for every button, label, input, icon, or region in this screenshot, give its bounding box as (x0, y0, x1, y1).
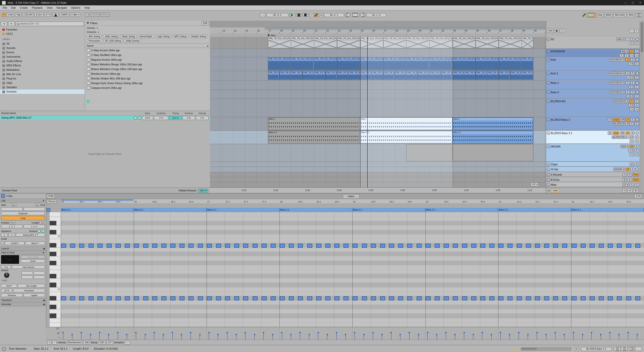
loop-length-field[interactable]: 24. 1. 0 (366, 13, 386, 17)
half-tempo-button[interactable]: /2 (22, 275, 45, 279)
randomize-amount-field[interactable]: 100 (83, 341, 90, 345)
midi-note[interactable] (225, 244, 230, 248)
midi-note[interactable] (334, 244, 340, 248)
set-length-small-button[interactable]: Set (40, 221, 45, 225)
velocity-marker[interactable] (172, 332, 173, 333)
pitch-time-section-header[interactable]: Pitch & Time▼ (0, 250, 46, 255)
sidebar-item-audio-effects[interactable]: Audio Effects (0, 59, 84, 63)
marker-icon[interactable]: ▣ (554, 29, 559, 33)
track-header-hi-hat[interactable]: ▸Hi HatDRUMS ▾15S (546, 167, 640, 172)
midi-note[interactable] (416, 297, 422, 301)
velocity-lane[interactable]: 127 64 1 (46, 327, 644, 340)
metronome-toggle[interactable] (53, 13, 59, 16)
track-header-kick-2[interactable]: ▸Kick 2KICK/BASS ▾4S-12.0C (546, 71, 640, 80)
midi-note[interactable] (316, 297, 321, 301)
signature-numerator-field[interactable]: 4 (1, 233, 8, 237)
velocity-marker[interactable] (628, 332, 629, 333)
velocity-marker[interactable] (181, 334, 182, 335)
track-number[interactable]: 8 (626, 118, 630, 121)
midi-note[interactable] (243, 244, 248, 248)
zoom-out-button[interactable]: − (630, 29, 634, 33)
solo-button[interactable]: S (630, 58, 635, 61)
white-key[interactable] (50, 217, 61, 221)
white-key[interactable]: C2 (50, 234, 61, 239)
midi-note[interactable] (544, 244, 549, 248)
volume-value[interactable]: -1.4 (628, 149, 634, 152)
midi-note[interactable] (453, 244, 458, 248)
track-number[interactable]: 6 (626, 90, 630, 94)
track-header-bass-1[interactable]: ▸Bass 1KICK/BASS ▾5S0.0C (546, 80, 640, 89)
black-key[interactable] (50, 314, 61, 318)
midi-note[interactable] (426, 297, 431, 301)
scrollbar-thumb[interactable] (641, 22, 643, 52)
column-header-random[interactable]: Random (182, 112, 195, 114)
sidebar-item-midi-effects[interactable]: MIDI Effects (0, 63, 84, 68)
clip-pml-fb-kick-006-2024-08-12-192502[interactable]: PML_FB_Kick_006 [2024-08-12 192502] (268, 71, 280, 80)
midi-note[interactable] (553, 244, 558, 248)
midi-note[interactable] (572, 244, 576, 248)
track-header-claps[interactable]: ▸Claps11S (546, 162, 640, 167)
solo-button[interactable]: S (630, 118, 635, 121)
fold-toggle-icon[interactable]: ▸ (547, 168, 550, 171)
clip-pml-fb-kick-006-2024-08-12-192502[interactable]: PML_FB_Kick_006 [2024-08-12 192502] (498, 37, 522, 48)
output-routing-chooser[interactable]: KICK/BASS ▾ (610, 90, 625, 94)
velocity-marker[interactable] (126, 334, 128, 335)
midi-note[interactable] (98, 244, 102, 248)
loop-start-field[interactable]: 16. 4. 1 (324, 13, 344, 17)
clip-pml-fb-kick-006-2024-08-12-192502[interactable]: PML_FB_Kick_006 [2024-08-12 192502] (498, 71, 510, 80)
velocity-marker[interactable] (72, 334, 73, 335)
sidebar-item-all[interactable]: All (0, 41, 84, 46)
column-header-timing[interactable]: Timing (169, 112, 182, 114)
midi-note[interactable] (107, 297, 112, 301)
vertical-scrollbar[interactable] (640, 21, 644, 193)
loop-toggle[interactable] (351, 13, 360, 17)
track-number[interactable]: 11 (630, 163, 634, 166)
midi-note[interactable] (444, 244, 449, 248)
fold-toggle-icon[interactable]: ▸ (547, 118, 550, 121)
midi-note[interactable] (517, 297, 522, 301)
white-key[interactable] (50, 318, 61, 323)
midi-note[interactable] (362, 297, 367, 301)
pan-value[interactable]: C (624, 54, 629, 57)
pan-value[interactable]: C (634, 41, 639, 45)
midi-note[interactable] (180, 297, 184, 301)
send-value[interactable]: -∞ (630, 139, 634, 143)
velocity-marker[interactable] (144, 334, 146, 335)
midi-note[interactable] (608, 244, 613, 248)
track-header-drums[interactable]: ▸DRUMSMain ▾10S-1.4C-∞-∞ (546, 144, 640, 162)
velocity-marker[interactable] (90, 334, 91, 335)
length-value-field[interactable]: 1. 0. 0 (23, 225, 45, 228)
midi-note[interactable] (325, 297, 330, 301)
fold-toggle-icon[interactable]: ▸ (547, 72, 550, 75)
groove-filter-mpc-swing[interactable]: MPC Swing (172, 34, 188, 38)
midi-note[interactable] (389, 244, 394, 248)
ramp-to-field[interactable]: 127 (106, 341, 113, 345)
monitor-off[interactable]: Off (620, 118, 625, 121)
velocity-marker[interactable] (436, 334, 438, 335)
start-value-field[interactable] (1, 207, 23, 211)
arrangement-loop-brace[interactable] (265, 27, 546, 29)
collection-favorites[interactable]: Favorites (0, 27, 84, 32)
white-key[interactable] (50, 225, 61, 230)
velocity-marker[interactable] (154, 332, 155, 333)
sidebar-item-clips[interactable]: Clips (0, 81, 84, 85)
reenable-automation-button[interactable]: ◂ (319, 13, 323, 17)
post-toggle[interactable]: Post (632, 178, 639, 181)
solo-button[interactable]: S (634, 50, 639, 53)
midi-note[interactable] (480, 244, 485, 248)
clip-pml-fb-kick-006-2024-08-12-18274[interactable]: PML_FB_Kick_006 [2024-08-12 18274] (522, 57, 534, 70)
groove-file-row[interactable]: Bolero Melodico Bongo 16ths 106 bpm.agr (85, 62, 210, 67)
clip-header-segment[interactable]: Bass 2.1 (571, 208, 644, 212)
clip-pml-fb-kick-006-2024-08-12-192502[interactable]: PML_FB_Kick_006 [2024-08-12 192502] (452, 71, 464, 80)
white-key[interactable] (50, 239, 61, 243)
clip-pml-fb-kick-006-2024-08-12-192502[interactable]: PML_FB_Kick_006 [2024-08-12 192502] (291, 71, 303, 80)
white-key[interactable] (50, 323, 61, 327)
stretch-knob[interactable] (4, 273, 10, 278)
midi-note[interactable] (243, 297, 248, 301)
column-header-quantize[interactable]: Quantize (154, 112, 168, 114)
velocity-marker[interactable] (199, 334, 200, 335)
midi-note[interactable] (562, 244, 567, 248)
midi-note[interactable] (353, 244, 358, 248)
volume-value[interactable]: -7.6 (628, 62, 634, 65)
midi-note[interactable] (198, 244, 203, 248)
